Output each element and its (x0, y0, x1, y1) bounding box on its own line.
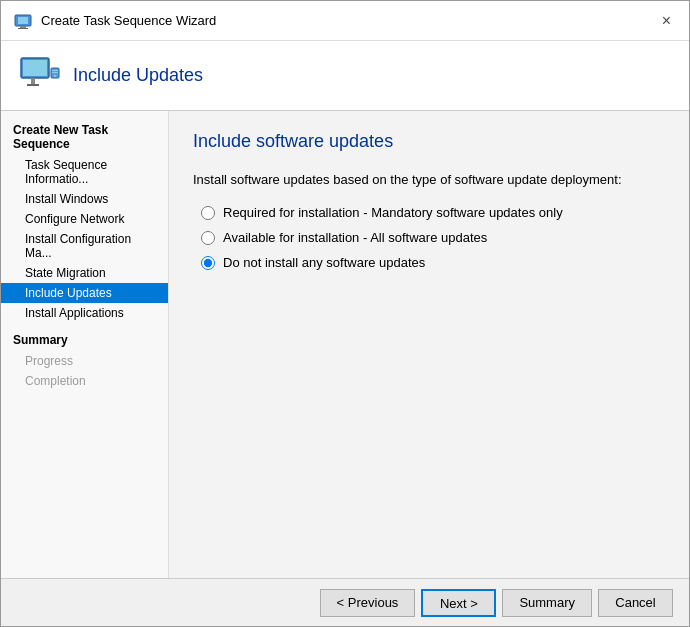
cancel-button[interactable]: Cancel (598, 589, 673, 617)
svg-rect-6 (31, 78, 35, 84)
sidebar-item-task-seq-info[interactable]: Task Sequence Informatio... (1, 155, 168, 189)
svg-rect-1 (18, 17, 28, 24)
wizard-window: Create Task Sequence Wizard × Include Up… (0, 0, 690, 627)
header-icon (17, 54, 61, 98)
header-title: Include Updates (73, 65, 203, 86)
sidebar-section2: Summary (1, 329, 168, 351)
main-panel: Include software updates Install softwar… (169, 111, 689, 578)
titlebar: Create Task Sequence Wizard × (1, 1, 689, 41)
svg-rect-2 (20, 26, 26, 28)
sidebar-item-state-migration[interactable]: State Migration (1, 263, 168, 283)
svg-point-11 (54, 75, 56, 77)
close-button[interactable]: × (656, 11, 677, 31)
sidebar-item-install-config-mgr[interactable]: Install Configuration Ma... (1, 229, 168, 263)
svg-rect-7 (27, 84, 39, 86)
main-title: Include software updates (193, 131, 665, 152)
sidebar-section1: Create New Task Sequence (1, 119, 168, 155)
content-area: Create New Task Sequence Task Sequence I… (1, 111, 689, 578)
titlebar-left: Create Task Sequence Wizard (13, 11, 216, 31)
radio-none[interactable]: Do not install any software updates (201, 255, 665, 270)
sidebar-item-install-windows[interactable]: Install Windows (1, 189, 168, 209)
header-banner: Include Updates (1, 41, 689, 111)
next-button[interactable]: Next > (421, 589, 496, 617)
svg-rect-5 (23, 60, 47, 76)
sidebar-item-include-updates[interactable]: Include Updates (1, 283, 168, 303)
radio-available-input[interactable] (201, 231, 215, 245)
radio-available-label: Available for installation - All softwar… (223, 230, 487, 245)
sidebar-item-install-applications[interactable]: Install Applications (1, 303, 168, 323)
radio-required-input[interactable] (201, 206, 215, 220)
svg-rect-3 (18, 28, 28, 29)
sidebar-item-completion: Completion (1, 371, 168, 391)
sidebar-item-progress: Progress (1, 351, 168, 371)
radio-group: Required for installation - Mandatory so… (193, 205, 665, 270)
footer: < Previous Next > Summary Cancel (1, 578, 689, 626)
sidebar-item-configure-network[interactable]: Configure Network (1, 209, 168, 229)
radio-available[interactable]: Available for installation - All softwar… (201, 230, 665, 245)
previous-button[interactable]: < Previous (320, 589, 416, 617)
radio-required[interactable]: Required for installation - Mandatory so… (201, 205, 665, 220)
svg-rect-9 (52, 70, 58, 71)
summary-button[interactable]: Summary (502, 589, 592, 617)
radio-none-input[interactable] (201, 256, 215, 270)
description: Install software updates based on the ty… (193, 172, 665, 187)
svg-rect-10 (52, 72, 58, 73)
radio-required-label: Required for installation - Mandatory so… (223, 205, 563, 220)
window-title: Create Task Sequence Wizard (41, 13, 216, 28)
sidebar: Create New Task Sequence Task Sequence I… (1, 111, 169, 578)
radio-none-label: Do not install any software updates (223, 255, 425, 270)
wizard-icon (13, 11, 33, 31)
